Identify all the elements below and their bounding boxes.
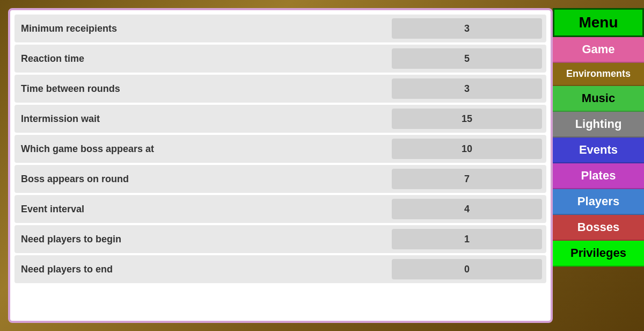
setting-label: Event interval — [19, 204, 392, 215]
menu-items-container: GameEnvironmentsMusicLightingEventsPlate… — [553, 37, 644, 267]
settings-panel: Minimum receipients3Reaction time5Time b… — [8, 8, 553, 323]
setting-row[interactable]: Minimum receipients3 — [14, 15, 546, 42]
menu-item-lighting[interactable]: Lighting — [553, 112, 644, 138]
setting-value[interactable]: 10 — [392, 139, 542, 159]
setting-row[interactable]: Boss appears on round7 — [14, 165, 546, 193]
main-container: Minimum receipients3Reaction time5Time b… — [0, 0, 644, 331]
setting-row[interactable]: Need players to begin1 — [14, 225, 546, 253]
setting-row[interactable]: Event interval4 — [14, 195, 546, 223]
setting-row[interactable]: Reaction time5 — [14, 45, 546, 73]
menu-item-events[interactable]: Events — [553, 138, 644, 163]
setting-label: Time between rounds — [19, 83, 392, 95]
setting-value[interactable]: 5 — [392, 48, 542, 69]
setting-value[interactable]: 1 — [392, 229, 542, 249]
menu-item-game[interactable]: Game — [553, 37, 644, 63]
setting-value[interactable]: 4 — [392, 199, 542, 219]
setting-value[interactable]: 0 — [392, 259, 542, 279]
setting-row[interactable]: Time between rounds3 — [14, 75, 546, 103]
setting-value[interactable]: 7 — [392, 169, 542, 189]
setting-row[interactable]: Which game boss appears at10 — [14, 135, 546, 163]
setting-row[interactable]: Need players to end0 — [14, 255, 546, 283]
setting-value[interactable]: 3 — [392, 18, 542, 39]
menu-item-music[interactable]: Music — [553, 86, 644, 112]
menu-item-players[interactable]: Players — [553, 189, 644, 215]
setting-label: Need players to begin — [19, 234, 392, 245]
setting-label: Reaction time — [19, 53, 392, 64]
menu-item-environments[interactable]: Environments — [553, 63, 644, 86]
setting-value[interactable]: 15 — [392, 109, 542, 129]
setting-value[interactable]: 3 — [392, 78, 542, 99]
setting-label: Intermission wait — [19, 113, 392, 125]
menu-item-bosses[interactable]: Bosses — [553, 215, 644, 241]
menu-item-plates[interactable]: Plates — [553, 163, 644, 189]
setting-row[interactable]: Intermission wait15 — [14, 105, 546, 133]
setting-label: Need players to end — [19, 264, 392, 275]
menu-item-privileges[interactable]: Privileges — [553, 241, 644, 267]
sidebar: Menu GameEnvironmentsMusicLightingEvents… — [553, 8, 644, 323]
setting-label: Minimum receipients — [19, 23, 392, 34]
setting-label: Which game boss appears at — [19, 143, 392, 155]
menu-header: Menu — [553, 8, 644, 37]
setting-label: Boss appears on round — [19, 174, 392, 185]
